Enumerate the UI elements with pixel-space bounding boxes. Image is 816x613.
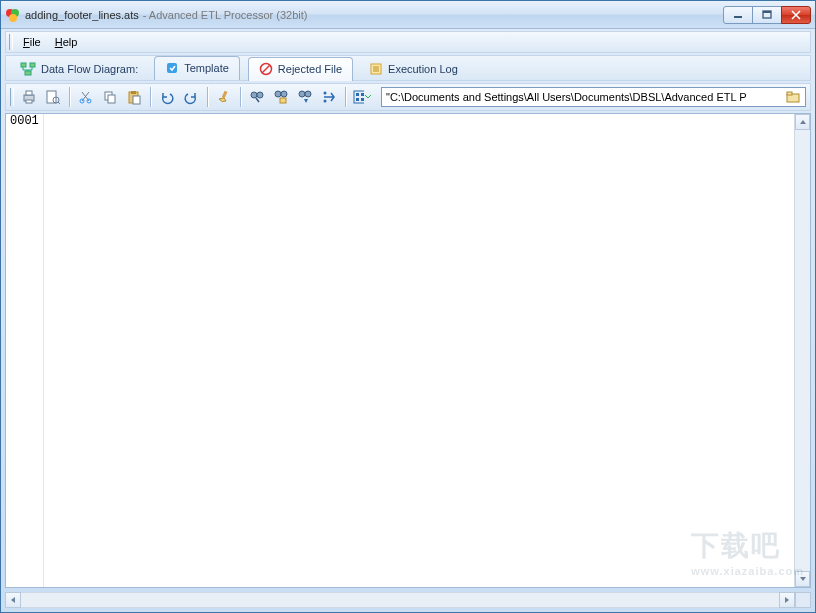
find-next-button[interactable] <box>294 86 316 108</box>
scroll-down-button[interactable] <box>795 571 810 587</box>
tabs-label: Data Flow Diagram: <box>12 59 146 80</box>
menubar-handle[interactable] <box>9 34 13 50</box>
text-editor[interactable] <box>44 114 794 587</box>
title-appname: - Advanced ETL Processor (32bit) <box>143 9 308 21</box>
menu-help[interactable]: Help <box>49 34 84 50</box>
redo-button[interactable] <box>180 86 202 108</box>
svg-point-39 <box>324 100 327 103</box>
toolbar-sep-5 <box>345 87 346 107</box>
toolbar-sep-3 <box>207 87 208 107</box>
flow-icon <box>20 62 36 76</box>
svg-rect-27 <box>131 91 136 94</box>
scroll-right-button[interactable] <box>779 592 795 608</box>
tab-log[interactable]: Execution Log <box>361 59 466 80</box>
svg-rect-25 <box>108 95 115 103</box>
dropdown-caret-icon <box>364 94 372 100</box>
svg-rect-42 <box>787 92 792 95</box>
tab-template[interactable]: Template <box>154 56 240 80</box>
template-icon <box>165 61 179 75</box>
svg-point-2 <box>9 14 17 22</box>
tab-rejected-label: Rejected File <box>278 63 342 75</box>
tab-template-label: Template <box>184 62 229 74</box>
svg-rect-18 <box>26 100 32 103</box>
undo-button[interactable] <box>156 86 178 108</box>
titlebar: adding_footer_lines.ats - Advanced ETL P… <box>1 1 815 29</box>
vertical-scrollbar[interactable] <box>794 114 810 587</box>
minimize-button[interactable] <box>723 6 753 24</box>
path-input[interactable]: "C:\Documents and Settings\All Users\Doc… <box>381 87 806 107</box>
svg-rect-3 <box>734 16 742 18</box>
toolbar: "C:\Documents and Settings\All Users\Doc… <box>5 83 811 111</box>
editor-area: 0001 下载吧 www.xiazaiba.com <box>5 113 811 588</box>
path-text: "C:\Documents and Settings\All Users\Doc… <box>386 91 747 103</box>
copy-button[interactable] <box>99 86 121 108</box>
scroll-corner <box>795 592 811 608</box>
view-mode-dropdown[interactable] <box>351 86 373 108</box>
svg-point-33 <box>275 91 281 97</box>
line-number-1: 0001 <box>6 114 43 128</box>
svg-point-31 <box>257 92 263 98</box>
rejected-icon <box>259 62 273 76</box>
log-icon <box>369 62 383 76</box>
toolbar-sep-1 <box>69 87 70 107</box>
maximize-button[interactable] <box>752 6 782 24</box>
svg-rect-7 <box>30 63 35 67</box>
svg-rect-35 <box>280 98 286 103</box>
scroll-left-button[interactable] <box>5 592 21 608</box>
svg-rect-17 <box>26 91 32 95</box>
svg-point-36 <box>299 91 305 97</box>
tabs-label-text: Data Flow Diagram: <box>41 63 138 75</box>
menu-file[interactable]: File <box>17 34 47 50</box>
print-button[interactable] <box>18 86 40 108</box>
find-button[interactable] <box>246 86 268 108</box>
app-icon <box>5 7 21 23</box>
horizontal-scrollbar[interactable] <box>5 592 811 608</box>
window-controls <box>724 6 811 24</box>
tab-rejected[interactable]: Rejected File <box>248 57 353 81</box>
svg-rect-28 <box>133 96 140 104</box>
svg-rect-8 <box>25 71 31 75</box>
svg-point-34 <box>281 91 287 97</box>
tab-log-label: Execution Log <box>388 63 458 75</box>
svg-rect-29 <box>222 91 228 99</box>
paste-button[interactable] <box>123 86 145 108</box>
app-window: adding_footer_lines.ats - Advanced ETL P… <box>0 0 816 613</box>
svg-rect-40 <box>354 91 364 103</box>
browse-icon[interactable] <box>785 90 801 104</box>
menu-help-rest: elp <box>63 36 78 48</box>
line-number-gutter: 0001 <box>6 114 44 587</box>
goto-button[interactable] <box>318 86 340 108</box>
svg-point-38 <box>324 92 327 95</box>
menu-file-rest: ile <box>30 36 41 48</box>
svg-rect-5 <box>763 11 771 13</box>
tabs-row: Data Flow Diagram: Template Rejected Fil… <box>5 55 811 81</box>
replace-button[interactable] <box>270 86 292 108</box>
hscroll-track[interactable] <box>21 592 779 608</box>
close-button[interactable] <box>781 6 811 24</box>
svg-line-21 <box>58 102 60 104</box>
print-preview-button[interactable] <box>42 86 64 108</box>
svg-line-11 <box>262 66 269 73</box>
svg-rect-9 <box>167 63 177 73</box>
svg-point-37 <box>305 91 311 97</box>
window-title: adding_footer_lines.ats - Advanced ETL P… <box>25 9 720 21</box>
svg-point-30 <box>251 92 257 98</box>
toolbar-sep-2 <box>150 87 151 107</box>
title-filename: adding_footer_lines.ats <box>25 9 139 21</box>
cut-button[interactable] <box>75 86 97 108</box>
svg-line-32 <box>256 98 259 102</box>
clear-button[interactable] <box>213 86 235 108</box>
toolbar-sep-4 <box>240 87 241 107</box>
menubar: File Help <box>5 31 811 53</box>
scroll-up-button[interactable] <box>795 114 810 130</box>
toolbar-handle[interactable] <box>10 88 14 106</box>
svg-rect-6 <box>21 63 26 67</box>
